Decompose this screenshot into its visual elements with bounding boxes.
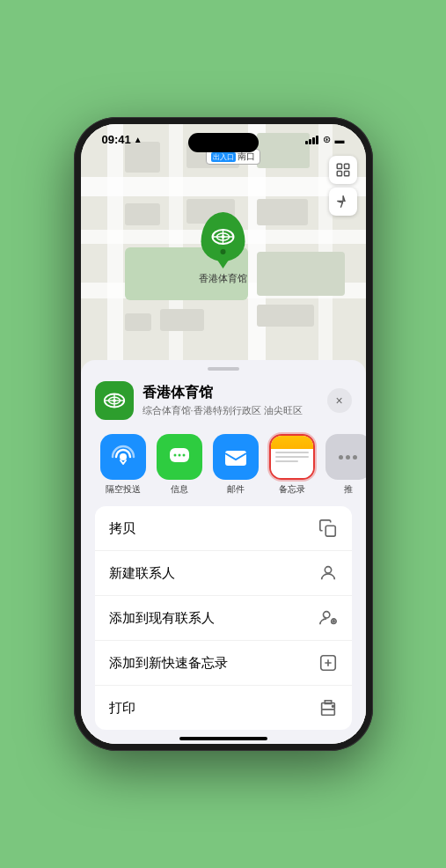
- entrance-name: 南口: [238, 151, 255, 163]
- location-arrow-icon: ▲: [134, 135, 143, 144]
- mail-icon-wrap: [213, 434, 259, 480]
- venue-name: 香港体育馆: [143, 384, 318, 402]
- notes-label: 备忘录: [279, 483, 305, 496]
- add-notes-label: 添加到新快速备忘录: [109, 655, 228, 672]
- add-contact-icon: [318, 608, 338, 628]
- svg-point-36: [178, 454, 180, 457]
- airdrop-icon: [111, 445, 135, 469]
- location-center-button[interactable]: [329, 188, 357, 216]
- add-contact-label: 添加到现有联系人: [109, 610, 215, 627]
- quick-notes-icon: [318, 653, 338, 673]
- mail-label: 邮件: [227, 483, 245, 496]
- svg-rect-38: [225, 451, 246, 466]
- share-item-airdrop[interactable]: 隔空投送: [95, 434, 151, 496]
- close-button[interactable]: ×: [327, 388, 352, 413]
- svg-rect-20: [344, 164, 348, 168]
- phone-frame: 09:41 ▲ ⊛ ▬: [74, 117, 373, 751]
- menu-item-add-contact[interactable]: 添加到现有联系人: [95, 596, 352, 641]
- venue-icon: [95, 381, 134, 420]
- signal-bars: [305, 136, 318, 144]
- bottom-sheet: 香港体育馆 综合体育馆·香港特别行政区 油尖旺区 ×: [81, 360, 366, 744]
- phone-screen: 09:41 ▲ ⊛ ▬: [81, 124, 366, 744]
- svg-rect-17: [160, 309, 204, 331]
- more-label: 推: [344, 483, 353, 496]
- svg-rect-22: [344, 172, 348, 176]
- battery-icon: ▬: [335, 135, 345, 145]
- print-icon: [318, 698, 338, 717]
- menu-item-add-notes[interactable]: 添加到新快速备忘录: [95, 641, 352, 686]
- svg-rect-18: [257, 305, 314, 327]
- svg-point-27: [222, 235, 225, 239]
- messages-icon-wrap: [157, 434, 202, 480]
- messages-label: 信息: [171, 483, 188, 496]
- share-item-mail[interactable]: 邮件: [208, 434, 264, 496]
- copy-label: 拷贝: [109, 520, 135, 537]
- airdrop-label: 隔空投送: [106, 483, 141, 496]
- home-indicator: [179, 737, 267, 740]
- svg-point-45: [332, 705, 333, 707]
- svg-point-35: [173, 454, 176, 457]
- status-time: 09:41: [102, 133, 131, 146]
- share-item-notes[interactable]: 备忘录: [264, 434, 320, 496]
- svg-point-32: [113, 399, 116, 402]
- svg-rect-13: [257, 199, 308, 225]
- svg-rect-39: [325, 526, 335, 536]
- svg-rect-19: [337, 164, 341, 168]
- svg-point-41: [323, 612, 329, 618]
- menu-item-copy[interactable]: 拷贝: [95, 506, 352, 551]
- svg-rect-16: [125, 313, 151, 331]
- svg-point-40: [325, 567, 331, 573]
- copy-icon: [318, 519, 338, 538]
- map-view-toggle-button[interactable]: [329, 156, 357, 184]
- menu-section: 拷贝 新建联系人 添加到现有联系人: [95, 506, 352, 730]
- venue-stadium-icon: [102, 388, 127, 413]
- menu-item-print[interactable]: 打印: [95, 686, 352, 730]
- menu-item-new-contact[interactable]: 新建联系人: [95, 551, 352, 596]
- pin-icon: [201, 212, 245, 261]
- svg-rect-11: [125, 203, 160, 225]
- svg-rect-21: [337, 172, 341, 176]
- airdrop-icon-wrap: [100, 434, 146, 480]
- entrance-type-label: 出入口: [211, 152, 236, 162]
- new-contact-icon: [318, 563, 338, 583]
- venue-info: 香港体育馆 综合体育馆·香港特别行政区 油尖旺区: [143, 384, 318, 417]
- pin-label: 香港体育馆: [199, 272, 247, 285]
- svg-rect-44: [321, 710, 334, 715]
- share-row: 隔空投送 信息: [81, 427, 366, 506]
- share-item-more[interactable]: 推: [320, 434, 366, 496]
- svg-rect-15: [257, 252, 345, 296]
- wifi-icon: ⊛: [323, 134, 331, 145]
- more-icon-wrap: [325, 434, 366, 480]
- print-label: 打印: [109, 700, 135, 717]
- map-controls: [329, 156, 357, 219]
- share-item-messages[interactable]: 信息: [151, 434, 208, 496]
- dynamic-island: [188, 133, 259, 152]
- messages-icon: [167, 445, 192, 469]
- sheet-header: 香港体育馆 综合体育馆·香港特别行政区 油尖旺区 ×: [81, 371, 366, 427]
- stadium-icon: [210, 224, 237, 249]
- svg-point-33: [120, 453, 127, 460]
- notes-icon-wrap: [269, 434, 315, 480]
- status-icons: ⊛ ▬: [305, 134, 345, 145]
- svg-point-37: [182, 454, 185, 457]
- location-pin: 香港体育馆: [199, 212, 247, 285]
- venue-subtitle: 综合体育馆·香港特别行政区 油尖旺区: [143, 404, 318, 417]
- mail-icon: [223, 445, 248, 469]
- new-contact-label: 新建联系人: [109, 565, 175, 582]
